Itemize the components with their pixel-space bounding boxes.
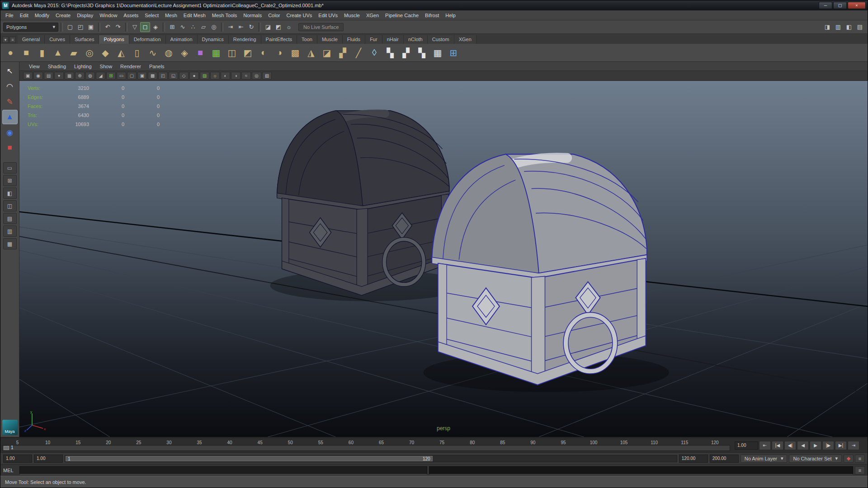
output-operations-icon[interactable]: ⇤ xyxy=(236,22,246,32)
go-to-end-button[interactable]: ⇥ xyxy=(848,441,859,450)
two-d-pan-zoom-icon[interactable]: ⊕ xyxy=(75,72,85,80)
menu-item[interactable]: Window xyxy=(96,11,120,19)
move-tool-button[interactable]: ▲ xyxy=(2,110,18,124)
menu-item[interactable]: Edit UVs xyxy=(315,11,341,19)
shadows-icon[interactable]: ◐ xyxy=(221,72,230,80)
shelf-tab[interactable]: Surfaces xyxy=(70,35,99,44)
uv-checker-icon[interactable]: ▦ xyxy=(430,46,445,60)
show-tool-settings-icon[interactable]: ◧ xyxy=(844,22,854,32)
four-pane-layout-button[interactable]: ⊞ xyxy=(3,175,17,186)
command-language-toggle[interactable]: MEL xyxy=(3,468,18,473)
shelf-tab-toggle-icon[interactable]: ▾ xyxy=(2,37,9,43)
input-operations-icon[interactable]: ⇥ xyxy=(226,22,236,32)
select-object-icon[interactable]: ◻ xyxy=(140,22,150,32)
script-editor-icon[interactable]: ≡ xyxy=(855,466,865,474)
smooth-icon[interactable]: ▦ xyxy=(209,46,223,60)
paint-select-tool-button[interactable]: ✎ xyxy=(2,94,18,109)
step-forward-frame-button[interactable]: ▶| xyxy=(835,441,847,450)
poly-torus-icon[interactable]: ◎ xyxy=(82,46,97,60)
poly-cone-icon[interactable]: ▲ xyxy=(51,46,65,60)
minimize-button[interactable]: ─ xyxy=(819,2,832,9)
menu-item[interactable]: Assets xyxy=(120,11,142,19)
no-live-surface-field[interactable]: No Live Surface xyxy=(298,23,344,31)
poly-prism-icon[interactable]: ◆ xyxy=(98,46,113,60)
motion-blur-icon[interactable]: ≈ xyxy=(241,72,251,80)
toolbar-grip[interactable] xyxy=(221,23,223,32)
command-feedback-field[interactable] xyxy=(429,466,853,474)
panel-menu-item[interactable]: View xyxy=(25,63,44,70)
shelf-tab[interactable]: Muscle xyxy=(317,35,343,44)
playback-start-field[interactable]: 1.00 xyxy=(34,455,63,463)
toolbar-grip[interactable] xyxy=(61,23,63,32)
shelf-menu-icon[interactable]: ≡ xyxy=(9,37,16,43)
show-channel-box-icon[interactable]: ▤ xyxy=(855,22,865,32)
shelf-tab[interactable]: nCloth xyxy=(404,35,428,44)
step-forward-key-button[interactable]: |▶ xyxy=(822,441,834,450)
boolean-icon[interactable]: ◐ xyxy=(256,46,271,60)
poly-plane-icon[interactable]: ▰ xyxy=(66,46,81,60)
menu-item[interactable]: File xyxy=(2,11,17,19)
shelf-tab[interactable]: Deformation xyxy=(129,35,166,44)
camera-attributes-icon[interactable]: ▤ xyxy=(44,72,53,80)
bevel-icon[interactable]: ◪ xyxy=(320,46,334,60)
lock-camera-icon[interactable]: ◉ xyxy=(33,72,43,80)
select-camera-icon[interactable]: ▣ xyxy=(23,72,33,80)
poly-pipe-icon[interactable]: ▯ xyxy=(130,46,144,60)
shelf-tab[interactable]: Animation xyxy=(166,35,198,44)
oversampling-icon[interactable]: ◍ xyxy=(85,72,95,80)
poly-cube-icon[interactable]: ■ xyxy=(19,46,33,60)
panel-menu-item[interactable]: Show xyxy=(96,63,117,70)
perspective-viewport[interactable]: Verts: 3210 0 0 Edges: 6889 0 0 Faces: 3… xyxy=(19,81,868,437)
title-bar[interactable]: M Autodesk Maya 2015: G:\Projects\3D Gra… xyxy=(0,0,868,10)
grid-icon[interactable]: ⊞ xyxy=(106,72,116,80)
shelf-tab[interactable]: nHair xyxy=(382,35,404,44)
menu-item[interactable]: Muscle xyxy=(341,11,363,19)
menu-item[interactable]: XGen xyxy=(363,11,382,19)
timeline-track[interactable]: 1 xyxy=(2,445,730,451)
single-pane-layout-button[interactable]: ▭ xyxy=(3,162,17,174)
bridge-icon[interactable]: ▞ xyxy=(335,46,350,60)
range-track[interactable]: 1 120 xyxy=(65,455,677,462)
subdivide-icon[interactable]: ▩ xyxy=(288,46,302,60)
play-forwards-button[interactable]: ▶ xyxy=(810,441,821,450)
checker-map-a-icon[interactable]: ▚ xyxy=(383,46,397,60)
snap-to-planes-icon[interactable]: ▱ xyxy=(198,22,208,32)
checker-map-c-icon[interactable]: ▚ xyxy=(415,46,429,60)
shelf-tab[interactable]: General xyxy=(18,35,45,44)
shelf-tab[interactable]: Rendering xyxy=(229,35,261,44)
shelf-tab[interactable]: Curves xyxy=(45,35,70,44)
rotate-tool-button[interactable]: ◉ xyxy=(2,125,18,140)
shelf-tab[interactable]: Polygons xyxy=(99,35,129,44)
step-back-key-button[interactable]: ◀| xyxy=(784,441,796,450)
anim-layer-dropdown[interactable]: No Anim Layer ▾ xyxy=(741,455,788,463)
auto-keyframe-icon[interactable]: ◆ xyxy=(844,455,854,463)
shelf-tab[interactable]: Dynamics xyxy=(198,35,229,44)
textured-icon[interactable]: ▨ xyxy=(200,72,209,80)
mel-command-input[interactable] xyxy=(19,466,427,474)
interactive-creation-icon[interactable]: ■ xyxy=(193,46,208,60)
panel-menu-item[interactable]: Shading xyxy=(44,63,70,70)
poly-pyramid-icon[interactable]: ◭ xyxy=(114,46,128,60)
mirror-icon[interactable]: ◑ xyxy=(272,46,287,60)
safe-title-icon[interactable]: ◱ xyxy=(169,72,178,80)
combine-icon[interactable]: ◫ xyxy=(225,46,239,60)
uv-editor-icon[interactable]: ⊞ xyxy=(446,46,461,60)
film-gate-icon[interactable]: ▭ xyxy=(117,72,126,80)
toolbar-grip[interactable] xyxy=(259,23,261,32)
save-scene-icon[interactable]: ▣ xyxy=(86,22,96,32)
bookmarks-icon[interactable]: ▾ xyxy=(54,72,64,80)
make-live-icon[interactable]: ◎ xyxy=(209,22,219,32)
poly-platonic-icon[interactable]: ◈ xyxy=(177,46,192,60)
new-scene-icon[interactable]: ▢ xyxy=(65,22,75,32)
persp-graph-layout-button[interactable]: ▤ xyxy=(3,213,17,224)
shelf-tab[interactable]: Fluids xyxy=(343,35,365,44)
poly-helix-icon[interactable]: ∿ xyxy=(146,46,160,60)
animation-end-field[interactable]: 200.00 xyxy=(710,455,739,463)
menu-item[interactable]: Pipeline Cache xyxy=(382,11,422,19)
poly-sphere-icon[interactable]: ● xyxy=(3,46,18,60)
play-backwards-button[interactable]: ◀ xyxy=(797,441,809,450)
character-set-dropdown[interactable]: No Character Set ▾ xyxy=(789,455,842,463)
lasso-tool-button[interactable]: ◠ xyxy=(2,79,18,94)
close-button[interactable]: × xyxy=(848,2,866,9)
menu-item[interactable]: Mesh Tools xyxy=(209,11,240,19)
